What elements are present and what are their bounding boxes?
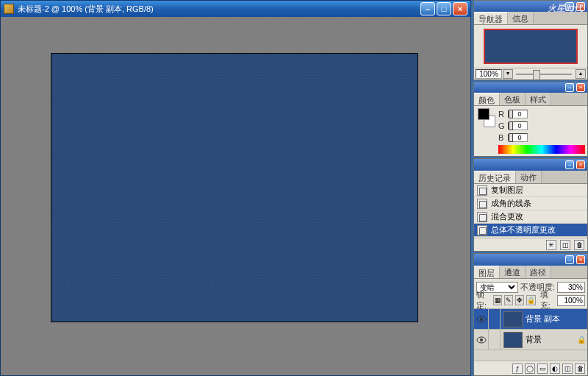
tab-color[interactable]: 颜色 bbox=[474, 93, 500, 105]
history-step-icon bbox=[477, 212, 487, 222]
canvas[interactable] bbox=[51, 53, 418, 322]
layer-row[interactable]: 背景 🔒 bbox=[474, 330, 587, 350]
g-value[interactable]: 0 bbox=[512, 121, 528, 130]
watermark: 火星时代 bbox=[548, 2, 583, 15]
new-document-icon[interactable]: ◫ bbox=[560, 240, 570, 250]
fill-input[interactable] bbox=[557, 295, 585, 306]
tab-styles[interactable]: 样式 bbox=[526, 93, 551, 105]
layer-name[interactable]: 背景 副本 bbox=[526, 313, 587, 324]
close-button[interactable]: × bbox=[453, 2, 467, 15]
fill-label: 填充: bbox=[540, 289, 555, 311]
panel-dock: 火星时代 – × 导航器 信息 ▾ ▴ – × 颜色 色板 样式 bbox=[473, 0, 588, 376]
tab-channels[interactable]: 通道 bbox=[500, 266, 526, 278]
history-label: 总体不透明度更改 bbox=[491, 224, 556, 235]
panel-close-icon[interactable]: × bbox=[576, 83, 585, 92]
visibility-toggle[interactable] bbox=[474, 330, 489, 350]
tab-paths[interactable]: 路径 bbox=[526, 266, 551, 278]
layer-thumbnail[interactable] bbox=[503, 311, 523, 327]
link-cell[interactable] bbox=[489, 309, 501, 330]
layer-name[interactable]: 背景 bbox=[526, 334, 576, 345]
lock-all-icon[interactable]: 🔒 bbox=[526, 295, 536, 305]
g-slider[interactable] bbox=[508, 122, 509, 130]
history-label: 混合更改 bbox=[491, 211, 523, 222]
tab-layers[interactable]: 图层 bbox=[474, 266, 500, 278]
b-label: B bbox=[498, 133, 506, 142]
tab-info[interactable]: 信息 bbox=[508, 12, 534, 24]
history-label: 复制图层 bbox=[491, 185, 523, 196]
new-group-icon[interactable]: ▭ bbox=[537, 363, 548, 374]
panel-header[interactable]: – × bbox=[474, 254, 587, 266]
history-item[interactable]: 成角的线条 bbox=[474, 197, 587, 210]
history-item[interactable]: 复制图层 bbox=[474, 184, 587, 197]
panel-minimize-icon[interactable]: – bbox=[565, 160, 574, 169]
svg-point-3 bbox=[480, 338, 483, 341]
panel-close-icon[interactable]: × bbox=[576, 160, 585, 169]
layer-row[interactable]: 背景 副本 bbox=[474, 309, 587, 330]
r-value[interactable]: 0 bbox=[512, 110, 528, 118]
tab-actions[interactable]: 动作 bbox=[516, 171, 542, 183]
panel-header[interactable]: – × bbox=[474, 159, 587, 171]
r-slider[interactable] bbox=[508, 110, 509, 118]
opacity-input[interactable] bbox=[557, 282, 585, 293]
lock-icon: 🔒 bbox=[576, 336, 587, 344]
history-step-icon bbox=[477, 225, 487, 235]
navigator-thumbnail[interactable] bbox=[484, 29, 578, 64]
app-icon bbox=[4, 4, 14, 14]
zoom-input[interactable] bbox=[476, 69, 502, 79]
visibility-toggle[interactable] bbox=[474, 309, 489, 330]
document-window: 未标题-2 @ 100% (背景 副本, RGB/8) – □ × bbox=[0, 0, 471, 376]
color-spectrum[interactable] bbox=[498, 145, 585, 154]
history-step-icon bbox=[477, 185, 487, 196]
history-item[interactable]: 混合更改 bbox=[474, 210, 587, 224]
foreground-color-swatch[interactable] bbox=[478, 108, 490, 120]
panel-header[interactable]: – × bbox=[474, 82, 587, 93]
lock-label: 锁定: bbox=[476, 289, 491, 311]
zoom-out-icon[interactable]: ▾ bbox=[503, 69, 513, 79]
g-label: G bbox=[498, 121, 506, 130]
layer-list: 背景 副本 背景 🔒 bbox=[474, 309, 587, 350]
titlebar[interactable]: 未标题-2 @ 100% (背景 副本, RGB/8) – □ × bbox=[1, 1, 470, 17]
history-panel: – × 历史记录 动作 复制图层 成角的线条 混合更改 总体不透明度更改 ✳ ◫… bbox=[473, 158, 588, 252]
new-snapshot-icon[interactable]: ✳ bbox=[546, 240, 556, 250]
lock-pixels-icon[interactable]: ✎ bbox=[504, 295, 513, 305]
zoom-slider[interactable] bbox=[516, 71, 572, 78]
layer-thumbnail[interactable] bbox=[503, 332, 523, 348]
color-panel: – × 颜色 色板 样式 R 0 G 0 bbox=[473, 82, 588, 157]
tab-navigator[interactable]: 导航器 bbox=[474, 12, 508, 24]
b-slider[interactable] bbox=[508, 134, 509, 141]
panel-minimize-icon[interactable]: – bbox=[565, 255, 574, 264]
panel-header[interactable]: 火星时代 – × bbox=[474, 1, 587, 12]
zoom-in-icon[interactable]: ▴ bbox=[576, 69, 586, 79]
color-swatch-pair[interactable] bbox=[478, 108, 495, 127]
r-label: R bbox=[498, 110, 506, 118]
adjustment-layer-icon[interactable]: ◐ bbox=[550, 363, 560, 374]
panel-close-icon[interactable]: × bbox=[576, 255, 585, 264]
history-label: 成角的线条 bbox=[491, 198, 531, 209]
trash-icon[interactable]: 🗑 bbox=[574, 240, 584, 250]
history-step-icon bbox=[477, 199, 487, 209]
panel-minimize-icon[interactable]: – bbox=[565, 83, 574, 92]
lock-position-icon[interactable]: ✥ bbox=[515, 295, 524, 305]
maximize-button[interactable]: □ bbox=[437, 2, 451, 15]
layer-style-icon[interactable]: ƒ bbox=[512, 363, 523, 374]
tab-history[interactable]: 历史记录 bbox=[474, 171, 516, 183]
svg-point-1 bbox=[480, 318, 483, 321]
lock-transparency-icon[interactable]: ▦ bbox=[493, 295, 502, 305]
navigator-panel: 火星时代 – × 导航器 信息 ▾ ▴ bbox=[473, 0, 588, 80]
delete-layer-icon[interactable]: 🗑 bbox=[575, 363, 585, 374]
layer-mask-icon[interactable]: ◯ bbox=[525, 363, 535, 374]
layers-panel: – × 图层 通道 路径 变暗 不透明度: 锁定: ▦ ✎ ✥ 🔒 填充: bbox=[473, 253, 588, 376]
link-cell[interactable] bbox=[489, 330, 501, 350]
history-item[interactable]: 总体不透明度更改 bbox=[474, 224, 587, 237]
new-layer-icon[interactable]: ◫ bbox=[562, 363, 573, 374]
tab-swatches[interactable]: 色板 bbox=[500, 93, 526, 105]
minimize-button[interactable]: – bbox=[420, 2, 435, 15]
window-title: 未标题-2 @ 100% (背景 副本, RGB/8) bbox=[18, 4, 420, 15]
b-value[interactable]: 0 bbox=[512, 133, 528, 142]
